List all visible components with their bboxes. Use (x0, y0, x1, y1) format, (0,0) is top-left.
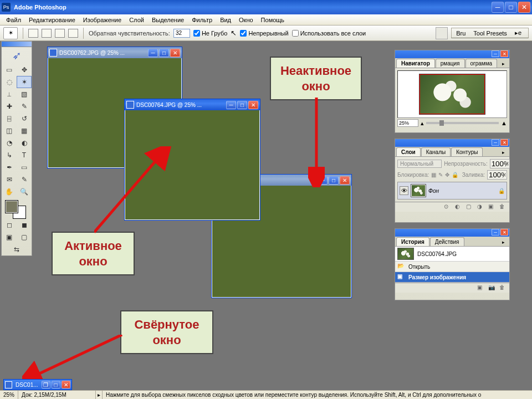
new-doc-from-state-icon[interactable]: ▣ (477, 284, 485, 292)
tool-heal[interactable]: ✚ (2, 100, 17, 112)
screenmode-full[interactable]: ▢ (17, 231, 32, 243)
history-minimize-button[interactable]: ─ (492, 229, 499, 236)
layers-minimize-button[interactable]: ─ (492, 139, 499, 146)
menu-filter[interactable]: Фильтр (188, 16, 216, 24)
doc2-titlebar[interactable]: DSC00764.JPG @ 25% ... ─ □ ✕ (125, 99, 260, 110)
nav-tab-info[interactable]: рмация (436, 59, 465, 68)
tool-hand[interactable]: ✋ (2, 186, 17, 198)
menu-view[interactable]: Вид (216, 16, 235, 24)
nav-view-box[interactable] (420, 74, 485, 114)
tool-dodge[interactable]: ◐ (17, 137, 32, 149)
doc1-close-button[interactable]: ✕ (170, 49, 180, 57)
visibility-icon[interactable]: 👁 (400, 186, 408, 195)
tool-history-brush[interactable]: ↺ (17, 112, 32, 125)
brush-well-icon[interactable] (436, 27, 448, 39)
nav-zoom-input[interactable] (397, 119, 418, 127)
status-menu-icon[interactable]: ▸ (96, 391, 103, 399)
doc3-close-button[interactable]: ✕ (340, 176, 350, 185)
tool-shape[interactable]: ▭ (17, 161, 32, 173)
nav-close-button[interactable]: ✕ (500, 50, 508, 57)
tool-pen[interactable]: ✒ (2, 161, 17, 173)
cb-rough[interactable]: Не Грубо (193, 30, 228, 37)
doc1-titlebar[interactable]: DSC00762.JPG @ 25% ... ─ □ ✕ (48, 47, 182, 58)
trash-icon[interactable]: 🗑 (499, 203, 507, 211)
layers-close-button[interactable]: ✕ (500, 139, 508, 146)
tool-notes[interactable]: ✉ (2, 173, 17, 186)
selection-mode-icon-4[interactable] (68, 29, 78, 38)
tool-marquee[interactable]: ▭ (2, 64, 17, 76)
lock-move-icon[interactable]: ✥ (445, 172, 449, 178)
cb-contiguous[interactable]: Непрерывный (240, 30, 288, 37)
menu-help[interactable]: Помощь (257, 16, 289, 24)
menu-window[interactable]: Окно (235, 16, 257, 24)
lock-all-icon[interactable]: 🔒 (452, 172, 458, 178)
mask-icon[interactable]: ◐ (455, 203, 463, 211)
tool-wand[interactable]: ✶ (17, 76, 32, 88)
layers-tab-menu-icon[interactable]: ▸ (500, 149, 507, 156)
layer-row-bg[interactable]: 👁 Фон 🔒 (397, 182, 507, 200)
nav-tab-navigator[interactable]: Навигатор (396, 59, 435, 68)
layer-name[interactable]: Фон (428, 188, 439, 194)
selection-mode-icon-2[interactable] (42, 29, 52, 38)
doc1-maximize-button[interactable]: □ (159, 49, 169, 57)
navigator-preview[interactable] (397, 70, 507, 118)
doc3-minimize-button[interactable]: ─ (318, 176, 328, 185)
doc-window-2-active[interactable]: DSC00764.JPG @ 25% ... ─ □ ✕ (124, 99, 260, 221)
history-tab-actions[interactable]: Действия (430, 237, 464, 246)
history-panel-head[interactable]: ─ ✕ (395, 229, 509, 237)
snapshot-icon[interactable]: 📷 (488, 284, 496, 292)
folder-icon[interactable]: ▢ (466, 203, 474, 211)
tool-eraser[interactable]: ◫ (2, 125, 17, 137)
nav-panel-head[interactable]: ─ ✕ (395, 50, 509, 58)
doc2-close-button[interactable]: ✕ (248, 101, 258, 109)
mindoc-maximize-button[interactable]: □ (52, 381, 60, 388)
maximize-button[interactable]: □ (505, 2, 517, 13)
tool-lasso[interactable]: ◌ (2, 76, 17, 88)
tool-quickmask-off[interactable]: ◻ (2, 219, 17, 231)
tool-brush[interactable]: ✎ (17, 100, 32, 112)
layer-thumbnail[interactable] (411, 184, 426, 197)
toolbox-grip[interactable] (2, 42, 32, 47)
doc1-minimize-button[interactable]: ─ (148, 49, 158, 57)
doc2-minimize-button[interactable]: ─ (226, 101, 236, 109)
selection-mode-icon-1[interactable] (28, 29, 38, 38)
tool-presets-dock[interactable]: Bru Tool Presets ▸e (451, 28, 529, 38)
tool-zoom[interactable]: 🔍 (17, 186, 32, 198)
close-button[interactable]: ✕ (518, 2, 530, 13)
minimize-button[interactable]: ─ (492, 2, 504, 13)
menu-select[interactable]: Выделение (148, 16, 188, 24)
tool-eyedropper[interactable]: ✎ (17, 173, 32, 186)
nav-tab-histogram[interactable]: ограмма (466, 59, 498, 68)
tool-stamp[interactable]: ⌸ (2, 112, 17, 125)
mindoc-close-button[interactable]: ✕ (62, 381, 70, 388)
tool-move[interactable]: ✥ (17, 64, 32, 76)
zoom-in-icon[interactable]: ▲ (501, 120, 507, 126)
blend-mode-select[interactable]: Нормальный (397, 160, 442, 168)
menu-file[interactable]: Файл (2, 16, 25, 24)
jump-to-ir[interactable]: ⇆ (2, 243, 32, 255)
cb-all-layers[interactable]: Использовать все слои (292, 30, 366, 37)
status-docinfo[interactable]: Док: 2,15M/2,15M (18, 391, 96, 399)
doc2-maximize-button[interactable]: □ (237, 101, 247, 109)
layers-tab-layers[interactable]: Слои (396, 147, 421, 156)
nav-tab-menu-icon[interactable]: ▸ (500, 60, 507, 68)
doc2-canvas[interactable] (125, 110, 259, 219)
doc3-maximize-button[interactable]: □ (329, 176, 339, 185)
tool-quickmask-on[interactable]: ◼ (17, 219, 32, 231)
opacity-input[interactable] (490, 159, 510, 168)
layers-panel-head[interactable]: ─ ✕ (395, 139, 509, 147)
nav-zoom-slider[interactable] (426, 122, 499, 124)
menu-layer[interactable]: Слой (125, 16, 148, 24)
history-step-resize[interactable]: ▣ Размер изображения (395, 272, 509, 283)
history-tab-history[interactable]: История (396, 237, 429, 246)
layers-tab-channels[interactable]: Каналы (421, 147, 451, 156)
tool-crop[interactable]: ⟂ (2, 88, 17, 100)
fg-color-swatch[interactable] (5, 200, 18, 213)
tool-preview[interactable]: ✶ (3, 27, 18, 39)
trash-icon[interactable]: 🗑 (499, 284, 507, 292)
selection-mode-icon-3[interactable] (55, 29, 65, 38)
history-close-button[interactable]: ✕ (500, 229, 508, 236)
sensitivity-input[interactable] (173, 29, 190, 38)
mindoc-restore-button[interactable]: ❐ (42, 381, 50, 388)
tool-path[interactable]: ↳ (2, 149, 17, 161)
